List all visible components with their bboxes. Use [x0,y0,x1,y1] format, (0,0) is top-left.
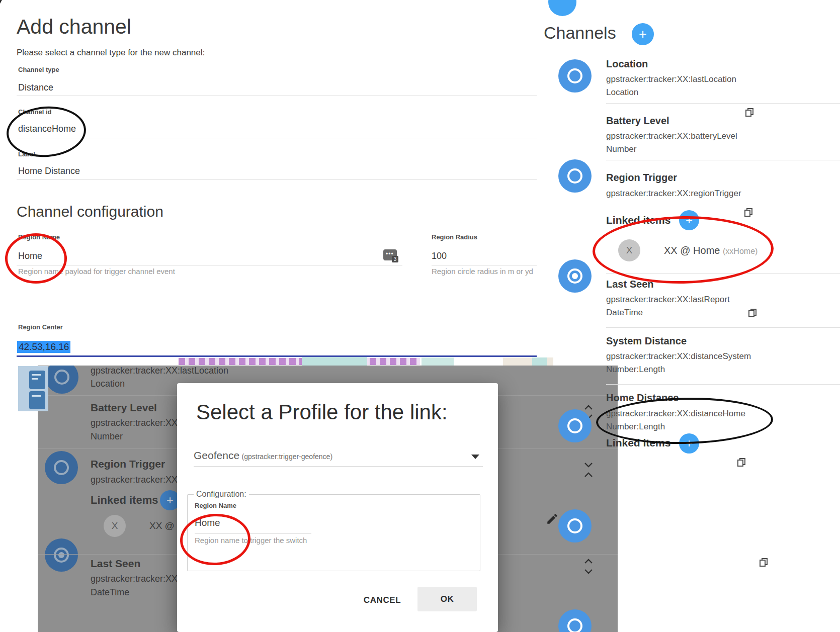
linked-items-label: Linked items [606,214,670,226]
profile-dialog: Select a Profile for the link: Geofence … [177,383,498,632]
label-label: Label [18,150,35,158]
divider [432,265,537,265]
linked-item-name: XX @ Home [664,245,720,256]
channel-title: System Distance [606,335,687,347]
channel-title: Battery Level [606,115,669,127]
thumbnail-block [29,371,45,389]
channel-type: Number [606,144,636,154]
divider [606,160,840,160]
add-channel-button[interactable]: + [632,23,654,45]
region-name-label: Region Name [18,233,60,241]
channel-title: Last Seen [91,558,140,570]
divider [606,273,840,274]
linked-item-avatar: X [104,515,126,537]
region-radius-label: Region Radius [432,233,477,241]
battery-channel-icon [45,451,78,484]
divider [17,138,537,138]
configuration-fieldset: Configuration: Region Name Home Region n… [187,490,480,571]
channels-title: Channels [544,23,616,43]
linked-item-label[interactable]: XX @ Home (xxHome) [664,245,758,256]
input-underline [195,533,311,533]
copy-icon[interactable] [745,108,752,116]
label-input[interactable]: Home Distance [18,166,80,176]
input-tools-badge: 3 [392,256,398,262]
region-center-focus-underline [17,355,537,357]
channel-uid: gpstracker:tracker:XX:lastReport [606,295,730,305]
dialog-region-name-input[interactable]: Home [195,517,480,528]
unfold-more-icon[interactable] [583,414,594,419]
location-channel-icon [558,59,592,93]
channel-id-label: Channel id [18,108,51,116]
channel-uid: gpstracker:tracker:XX:regionTrigger [606,189,741,199]
dialog-title: Select a Profile for the link: [196,400,448,424]
profile-select[interactable]: Geofence (gpstracker:trigger-geofence) [194,449,490,468]
profile-select-id: (gpstracker:trigger-geofence) [242,453,333,461]
channel-uid: gpstracker:tracker:XX:batteryLevel [606,131,737,141]
ok-button[interactable]: OK [417,587,477,611]
profile-select-value: Geofence [194,449,239,461]
copy-icon[interactable] [748,309,755,317]
copy-icon[interactable] [760,558,767,566]
channel-title: Region Trigger [606,172,677,184]
channel-uid: gpstracker:tracker:XX:distanceSystem [606,351,751,362]
divider [606,327,840,328]
form-subtitle: Please select a channel type for the new… [17,48,205,58]
dialog-region-name-label: Region Name [195,502,480,509]
channel-type: Location [91,379,125,389]
add-link-button[interactable]: + [679,210,699,230]
channel-type: DateTime [91,587,129,598]
channel-type-select[interactable]: Distance [18,82,53,93]
channel-type: Number [91,431,123,442]
region-name-input[interactable]: Home [18,251,42,261]
input-tools-icon[interactable]: ••• 3 [383,249,397,260]
divider [17,179,537,180]
dialog-region-name-help: Region name to trigger the switch [195,536,480,545]
channel-type: Location [606,87,638,98]
thumbnail-dash [32,395,41,397]
copy-icon[interactable] [744,208,751,216]
channel-title: Last Seen [606,279,653,290]
unfold-more-icon[interactable] [583,569,594,574]
select-underline [194,467,483,467]
linked-item-avatar: X [618,239,640,261]
channel-type-label: Channel type [18,66,59,73]
thumbnail-dash [32,378,38,380]
partial-bubble [548,0,576,16]
map-strip [179,358,420,365]
map-strip [422,357,454,366]
unfold-more-icon[interactable] [583,405,594,410]
delete-icon[interactable] [570,512,583,525]
location-channel-icon [45,366,78,394]
region-center-label: Region Center [18,323,63,331]
map-strip [302,357,367,366]
corner-mark [0,0,3,7]
map-strip [532,357,547,366]
divider [606,384,840,385]
region-center-input[interactable]: 42.53,16.16 [17,341,70,353]
channel-uid: gpstracker:tracker:XX:lastLocation [91,366,228,376]
configuration-legend: Configuration: [194,490,249,499]
region-trigger-channel-icon [558,259,592,293]
unfold-more-icon[interactable] [583,559,594,564]
channel-id-input[interactable]: distanceHome [18,124,76,134]
region-trigger-channel-icon [45,538,78,572]
thumbnail-block [29,391,45,409]
cancel-button[interactable]: CANCEL [352,590,412,610]
edit-icon[interactable] [546,512,559,525]
add-link-button[interactable]: + [679,433,699,454]
dropdown-caret-icon [471,455,479,459]
divider [17,265,402,265]
page-title: Add channel [17,15,131,39]
unfold-less-icon[interactable] [583,472,594,478]
divider [17,96,537,96]
channel-config-title: Channel configuration [17,203,163,220]
channel-title: Location [606,58,648,70]
channel-title: Battery Level [91,402,157,414]
linked-items-label: Linked items [91,494,158,507]
channel-uid: gpstracker:tracker:XX:lastLocation [606,74,736,84]
region-radius-help: Region circle radius in m or yd [432,267,533,276]
thumbnail-dash [32,374,41,376]
copy-icon[interactable] [737,458,744,466]
unfold-less-icon[interactable] [583,462,594,468]
region-radius-input[interactable]: 100 [432,251,447,261]
